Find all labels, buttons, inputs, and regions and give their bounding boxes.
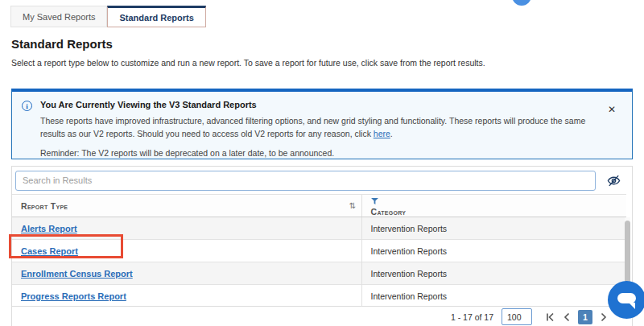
category-cell: Intervention Reports: [361, 262, 626, 285]
current-page-button[interactable]: 1: [578, 310, 592, 324]
table-header-row: Report Type ⇅ Category: [12, 195, 626, 217]
table-row-progress-reports-report: Progress Reports Report Intervention Rep…: [12, 285, 626, 307]
banner-title: You Are Currently Viewing the V3 Standar…: [40, 100, 600, 109]
table-row-enrollment-census-report: Enrollment Census Report Intervention Re…: [12, 262, 626, 285]
first-page-icon[interactable]: [545, 312, 555, 322]
report-tabs: My Saved Reports Standard Reports: [10, 6, 206, 27]
close-icon[interactable]: ✕: [608, 105, 616, 114]
column-header-report-type[interactable]: Report Type ⇅: [12, 195, 361, 217]
sort-icon[interactable]: ⇅: [349, 201, 357, 210]
hide-search-icon[interactable]: [607, 174, 621, 188]
banner-reminder: Reminder: The V2 reports will be depreca…: [40, 148, 600, 158]
pagination-bar: 1 - 17 of 17 1: [12, 306, 632, 326]
report-type-header-label: Report Type: [21, 201, 68, 211]
category-cell: Intervention Reports: [361, 240, 626, 262]
banner-body-text: These reports have improved infrastructu…: [40, 116, 585, 138]
scrollbar-thumb[interactable]: [625, 221, 630, 283]
reports-table: Report Type ⇅ Category Alerts Report Int…: [12, 194, 626, 307]
v2-reports-link[interactable]: here: [374, 129, 390, 138]
pagination-range-text: 1 - 17 of 17: [451, 312, 493, 322]
chat-launcher-button[interactable]: [608, 281, 644, 319]
banner-body: These reports have improved infrastructu…: [40, 115, 600, 141]
page-description: Select a report type below to customize …: [11, 58, 485, 68]
filter-icon[interactable]: [371, 196, 622, 206]
category-header-label: Category: [371, 207, 407, 217]
category-cell: Intervention Reports: [361, 217, 626, 240]
table-row-alerts-report: Alerts Report Intervention Reports: [12, 217, 626, 240]
grid-search-row: [12, 167, 632, 194]
v3-info-banner: i You Are Currently Viewing the V3 Stand…: [11, 89, 633, 159]
page-title: Standard Reports: [11, 37, 113, 51]
category-cell: Intervention Reports: [361, 285, 626, 307]
banner-body-period: .: [390, 129, 393, 138]
page-size-input[interactable]: [502, 308, 532, 325]
reports-grid: Report Type ⇅ Category Alerts Report Int…: [11, 166, 633, 326]
tab-standard-reports[interactable]: Standard Reports: [107, 6, 205, 27]
progress-reports-report-link[interactable]: Progress Reports Report: [21, 291, 126, 301]
info-icon: i: [22, 101, 32, 111]
alerts-report-link[interactable]: Alerts Report: [21, 224, 77, 233]
enrollment-census-report-link[interactable]: Enrollment Census Report: [21, 269, 133, 279]
standard-reports-page: { "tabs": [ { "label": "My Saved Reports…: [0, 0, 644, 326]
previous-page-icon[interactable]: [563, 312, 571, 322]
chat-bubble-tail: [629, 303, 635, 309]
search-input[interactable]: [15, 171, 596, 191]
table-row-cases-report: Cases Report Intervention Reports: [12, 240, 626, 262]
column-header-category[interactable]: Category: [361, 195, 626, 217]
cases-report-link[interactable]: Cases Report: [21, 246, 78, 256]
next-page-icon[interactable]: [600, 312, 608, 322]
tab-my-saved-reports[interactable]: My Saved Reports: [10, 6, 107, 27]
cutoff-help-dot: [512, 0, 531, 6]
